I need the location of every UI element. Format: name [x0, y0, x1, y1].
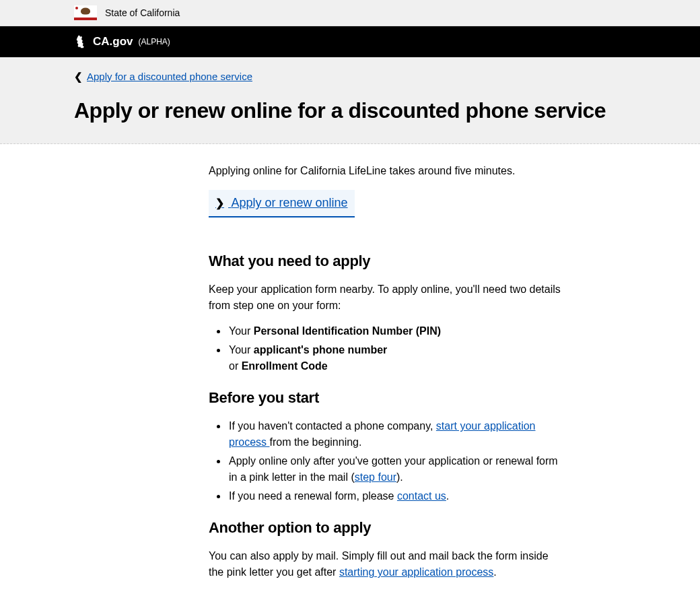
apply-renew-online-link[interactable]: ❯ Apply or renew online [209, 190, 355, 217]
need-list: Your Personal Identification Number (PIN… [209, 323, 565, 374]
state-strip: State of California [0, 0, 700, 26]
starting-application-link[interactable]: starting your application process [339, 566, 493, 578]
list-item: Your applicant's phone number or Enrollm… [228, 342, 565, 374]
list-item: Apply online only after you've gotten yo… [228, 453, 565, 485]
heading-another-option: Another option to apply [209, 516, 565, 539]
list-item: If you need a renewal form, please conta… [228, 488, 565, 504]
list-item: Your Personal Identification Number (PIN… [228, 323, 565, 339]
intro-text: Applying online for California LifeLine … [209, 163, 565, 179]
chevron-left-icon: ❮ [74, 69, 83, 85]
heading-before-you-start: Before you start [209, 386, 565, 409]
another-option-text: You can also apply by mail. Simply fill … [209, 548, 565, 580]
heading-what-you-need: What you need to apply [209, 250, 565, 272]
step-four-link[interactable]: step four [355, 471, 396, 483]
california-state-icon [74, 34, 89, 49]
chevron-right-icon: ❯ [215, 197, 224, 209]
breadcrumb: ❮ Apply for a discounted phone service [74, 69, 626, 85]
brand-bar: CA.gov (ALPHA) [0, 26, 700, 57]
brand-tag: (ALPHA) [139, 36, 170, 48]
contact-us-link[interactable]: contact us [397, 490, 446, 502]
main-content: Applying online for California LifeLine … [0, 144, 700, 606]
page-header: ❮ Apply for a discounted phone service A… [0, 57, 700, 145]
brand-site[interactable]: CA.gov [93, 33, 133, 50]
list-item: If you haven't contacted a phone company… [228, 418, 565, 450]
breadcrumb-link[interactable]: Apply for a discounted phone service [87, 69, 252, 85]
before-list: If you haven't contacted a phone company… [209, 418, 565, 504]
need-lead: Keep your application form nearby. To ap… [209, 281, 565, 314]
cta-label: Apply or renew online [231, 196, 347, 209]
california-flag-icon [74, 5, 97, 20]
state-label: State of California [105, 6, 180, 20]
page-title: Apply or renew online for a discounted p… [74, 98, 626, 123]
